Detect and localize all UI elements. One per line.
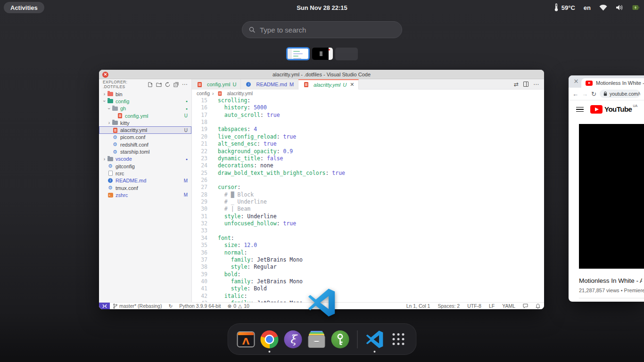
- new-folder-icon[interactable]: [156, 82, 162, 87]
- refresh-icon[interactable]: [165, 82, 170, 87]
- tree-item-kitty[interactable]: ›kitty: [99, 119, 191, 126]
- line-number: 25: [192, 170, 214, 177]
- tree-item-config-yml[interactable]: config.ymlU: [99, 112, 191, 119]
- volume-icon[interactable]: [616, 4, 624, 11]
- folder-icon: [107, 99, 114, 103]
- python-interpreter-status[interactable]: Python 3.9.9 64-bit: [176, 303, 224, 309]
- workspace-thumbnail-video[interactable]: [312, 48, 333, 60]
- keyboard-layout-indicator[interactable]: en: [584, 4, 591, 11]
- workspace-thumbnail-empty[interactable]: [335, 48, 358, 60]
- git-status-badge: ●: [186, 157, 188, 161]
- vscode-explorer-sidebar: EXPLORER: .DOTFILES: [99, 79, 192, 302]
- dock-keepassxc[interactable]: [331, 330, 350, 349]
- tree-item-picom-conf[interactable]: ⚙picom.conf: [99, 134, 191, 141]
- line-number: 31: [192, 213, 214, 220]
- code-line-28: 28 # █ Block: [192, 191, 544, 198]
- chrome-window: ✕ Motionless In White - A ← → ↻ youtube.…: [569, 75, 644, 302]
- code-text: alt_send_esc: true: [214, 140, 277, 148]
- dock-show-applications[interactable]: [389, 330, 408, 349]
- battery-charging-icon[interactable]: [632, 5, 639, 10]
- tree-item-vscode[interactable]: ›vscode●: [99, 156, 191, 163]
- tree-item-bin[interactable]: ›bin: [99, 90, 191, 98]
- tree-item-starship-toml[interactable]: ⚙starship.toml: [99, 148, 191, 155]
- new-file-icon[interactable]: [148, 82, 153, 87]
- youtube-logo[interactable]: YouTube UA: [590, 105, 637, 114]
- dock-emacs[interactable]: ξ: [284, 330, 303, 349]
- encoding-status[interactable]: UTF-8: [463, 303, 485, 309]
- breadcrumb[interactable]: config › alacritty.yml: [192, 90, 544, 97]
- yaml-file-icon: [196, 82, 203, 87]
- explorer-more-actions-icon[interactable]: ⋯: [182, 81, 188, 88]
- menu-icon[interactable]: [576, 106, 584, 114]
- reload-icon[interactable]: ↻: [591, 90, 596, 98]
- line-number: 23: [192, 155, 214, 162]
- vscode-tab-bar: config.yml U i README.md M alacritty.yml…: [192, 79, 544, 90]
- remote-indicator[interactable]: [99, 303, 110, 310]
- eol-status[interactable]: LF: [485, 303, 498, 309]
- feedback-icon[interactable]: [519, 304, 532, 308]
- language-mode-status[interactable]: YAML: [498, 303, 519, 309]
- breadcrumb-file[interactable]: alacritty.yml: [227, 90, 253, 96]
- notifications-bell-icon[interactable]: [532, 304, 544, 309]
- code-line-41: 41 style: Bold: [192, 285, 544, 292]
- code-line-17: 17 auto_scroll: true: [192, 112, 544, 119]
- tab-config-yml[interactable]: config.yml U: [192, 79, 241, 90]
- indentation-status[interactable]: Spaces: 2: [434, 303, 463, 309]
- vscode-titlebar[interactable]: ✕ alacritty.yml - .dotfiles - Visual Stu…: [99, 70, 544, 79]
- line-number: 38: [192, 263, 214, 271]
- lock-icon: [603, 91, 607, 96]
- tree-item-config[interactable]: ›config●: [99, 98, 191, 105]
- vscode-app-icon[interactable]: [307, 288, 336, 317]
- editor-more-actions-icon[interactable]: ⋯: [533, 81, 539, 88]
- dock-alacritty[interactable]: Λ: [237, 330, 256, 349]
- sync-button[interactable]: ↻: [165, 303, 176, 309]
- tree-item-label: gitconfig: [116, 164, 191, 169]
- cursor-position-status[interactable]: Ln 1, Col 1: [403, 303, 434, 309]
- tree-item-zshrc[interactable]: >_zshrcM: [99, 191, 191, 198]
- tree-item-gitconfig[interactable]: ⚙gitconfig: [99, 163, 191, 170]
- back-icon[interactable]: ←: [572, 90, 578, 98]
- chrome-tab-youtube[interactable]: Motionless In White - A: [581, 78, 644, 88]
- split-editor-icon[interactable]: [523, 82, 528, 87]
- overview-search[interactable]: [242, 21, 402, 38]
- dock-vscode[interactable]: [365, 330, 384, 349]
- code-line-39: 39 bold:: [192, 271, 544, 278]
- tree-item-alacritty-yml[interactable]: alacritty.ymlU: [99, 126, 191, 133]
- git-branch-status[interactable]: master* (Rebasing): [110, 303, 165, 309]
- dock-chrome[interactable]: [260, 330, 279, 349]
- tree-item-redshift-conf[interactable]: ⚙redshift.conf: [99, 141, 191, 148]
- system-tray[interactable]: 59°C en: [554, 0, 639, 15]
- tree-item-label: tmux.conf: [116, 185, 191, 191]
- collapse-folders-icon[interactable]: [173, 82, 179, 87]
- tab-alacritty-yml[interactable]: alacritty.yml U ✕: [298, 79, 359, 90]
- breadcrumb-folder[interactable]: config: [197, 90, 210, 96]
- forward-icon[interactable]: →: [582, 90, 588, 98]
- line-number: 41: [192, 285, 214, 292]
- code-editor[interactable]: 15scrolling:16 history: 500017 auto_scro…: [192, 97, 544, 302]
- gear-icon: ⚙: [112, 149, 118, 155]
- window-close-button[interactable]: ✕: [102, 72, 108, 78]
- code-line-27: 27cursor:: [192, 184, 544, 191]
- open-changes-icon[interactable]: ⇄: [514, 81, 519, 88]
- yml-icon: [116, 113, 123, 118]
- tab-close-icon[interactable]: ✕: [350, 82, 354, 88]
- wifi-icon[interactable]: [599, 5, 607, 11]
- temperature-indicator[interactable]: 59°C: [554, 3, 575, 12]
- video-player[interactable]: [579, 124, 644, 269]
- tree-item-gh[interactable]: ›gh●: [99, 105, 191, 112]
- dock-files[interactable]: [307, 330, 326, 349]
- clock[interactable]: Sun Nov 28 22:15: [0, 4, 644, 11]
- workspace-thumbnail-active[interactable]: [286, 47, 310, 60]
- chrome-window-close-button[interactable]: ✕: [572, 78, 580, 85]
- tree-item-tmux-conf[interactable]: ⚙tmux.conf: [99, 184, 191, 191]
- search-input[interactable]: [260, 26, 395, 34]
- tab-label: config.yml: [207, 82, 231, 87]
- tree-item-readme-md[interactable]: iREADME.mdM: [99, 177, 191, 184]
- folder-icon: [107, 92, 114, 96]
- tree-item-rcrc[interactable]: rcrc: [99, 170, 191, 177]
- problems-status[interactable]: ⊗ 0 △ 10: [224, 303, 252, 309]
- address-bar[interactable]: youtube.com/wa: [600, 90, 640, 98]
- code-line-36: 36 normal:: [192, 249, 544, 256]
- chrome-tab-title: Motionless In White - A: [596, 80, 644, 86]
- tab-readme-md[interactable]: i README.md M: [241, 79, 298, 90]
